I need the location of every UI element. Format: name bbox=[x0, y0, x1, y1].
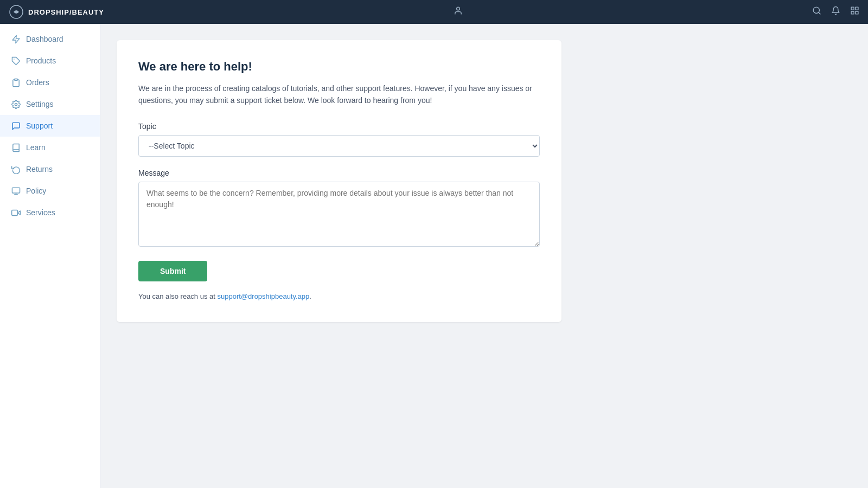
topic-label: Topic bbox=[138, 122, 540, 131]
sidebar-item-products[interactable]: Products bbox=[0, 50, 100, 72]
bell-icon[interactable] bbox=[831, 6, 840, 18]
message-group: Message bbox=[138, 169, 540, 249]
lightning-icon bbox=[11, 34, 21, 44]
tag-icon bbox=[11, 56, 21, 66]
support-title: We are here to help! bbox=[138, 60, 540, 74]
topnav-actions bbox=[812, 6, 859, 18]
logo: DROPSHIP/BEAUTY bbox=[9, 4, 104, 20]
svg-line-3 bbox=[819, 12, 820, 14]
topic-group: Topic --Select Topic Technical Issue Bil… bbox=[138, 122, 540, 157]
sidebar-item-dashboard[interactable]: Dashboard bbox=[0, 28, 100, 50]
sidebar-label-support: Support bbox=[26, 121, 53, 130]
user-icon[interactable] bbox=[454, 6, 463, 18]
svg-point-11 bbox=[15, 103, 17, 105]
contact-email-link[interactable]: support@dropshipbeauty.app bbox=[218, 292, 310, 300]
svg-point-1 bbox=[457, 7, 460, 10]
returns-icon bbox=[11, 164, 21, 174]
services-icon bbox=[11, 208, 21, 217]
message-label: Message bbox=[138, 169, 540, 177]
user-svg bbox=[454, 6, 463, 15]
app-body: Dashboard Products Orders bbox=[0, 24, 868, 488]
sidebar-label-settings: Settings bbox=[26, 100, 54, 108]
svg-rect-4 bbox=[851, 7, 854, 10]
submit-section: Submit bbox=[138, 261, 540, 292]
svg-rect-5 bbox=[856, 7, 858, 10]
sidebar-label-services: Services bbox=[26, 208, 55, 217]
svg-rect-10 bbox=[14, 79, 17, 80]
message-textarea[interactable] bbox=[138, 182, 540, 247]
sidebar-label-orders: Orders bbox=[26, 78, 49, 87]
sidebar: Dashboard Products Orders bbox=[0, 24, 100, 488]
grid-icon[interactable] bbox=[850, 6, 859, 18]
sidebar-item-support[interactable]: Support bbox=[0, 115, 100, 137]
clipboard-icon bbox=[11, 78, 21, 87]
topic-select[interactable]: --Select Topic Technical Issue Billing A… bbox=[138, 135, 540, 157]
contact-suffix: . bbox=[309, 292, 311, 300]
main-content: We are here to help! We are in the proce… bbox=[100, 24, 868, 488]
support-card: We are here to help! We are in the proce… bbox=[117, 40, 561, 322]
contact-prefix: You can also reach us at bbox=[138, 292, 218, 300]
support-icon bbox=[11, 121, 21, 131]
svg-rect-15 bbox=[11, 210, 17, 215]
policy-icon bbox=[11, 186, 21, 196]
sidebar-label-learn: Learn bbox=[26, 143, 46, 152]
sidebar-item-orders[interactable]: Orders bbox=[0, 72, 100, 93]
submit-button[interactable]: Submit bbox=[138, 261, 207, 281]
top-navigation: DROPSHIP/BEAUTY bbox=[0, 0, 868, 24]
logo-text: DROPSHIP/BEAUTY bbox=[28, 8, 104, 16]
svg-rect-6 bbox=[851, 11, 854, 14]
settings-icon bbox=[11, 99, 21, 109]
contact-section: You can also reach us at support@dropshi… bbox=[138, 292, 540, 300]
sidebar-item-returns[interactable]: Returns bbox=[0, 158, 100, 180]
search-icon[interactable] bbox=[812, 6, 821, 18]
book-icon bbox=[11, 143, 21, 152]
sidebar-item-policy[interactable]: Policy bbox=[0, 180, 100, 202]
svg-rect-7 bbox=[856, 11, 858, 14]
svg-rect-12 bbox=[12, 188, 20, 193]
logo-icon bbox=[9, 4, 24, 20]
sidebar-label-dashboard: Dashboard bbox=[26, 35, 63, 43]
svg-marker-8 bbox=[12, 35, 20, 43]
sidebar-item-learn[interactable]: Learn bbox=[0, 137, 100, 158]
sidebar-label-returns: Returns bbox=[26, 165, 53, 174]
sidebar-item-settings[interactable]: Settings bbox=[0, 93, 100, 115]
support-description: We are in the process of creating catalo… bbox=[138, 82, 540, 107]
sidebar-item-services[interactable]: Services bbox=[0, 202, 100, 223]
nav-user[interactable] bbox=[454, 6, 463, 18]
sidebar-label-products: Products bbox=[26, 56, 56, 65]
sidebar-label-policy: Policy bbox=[26, 187, 46, 195]
